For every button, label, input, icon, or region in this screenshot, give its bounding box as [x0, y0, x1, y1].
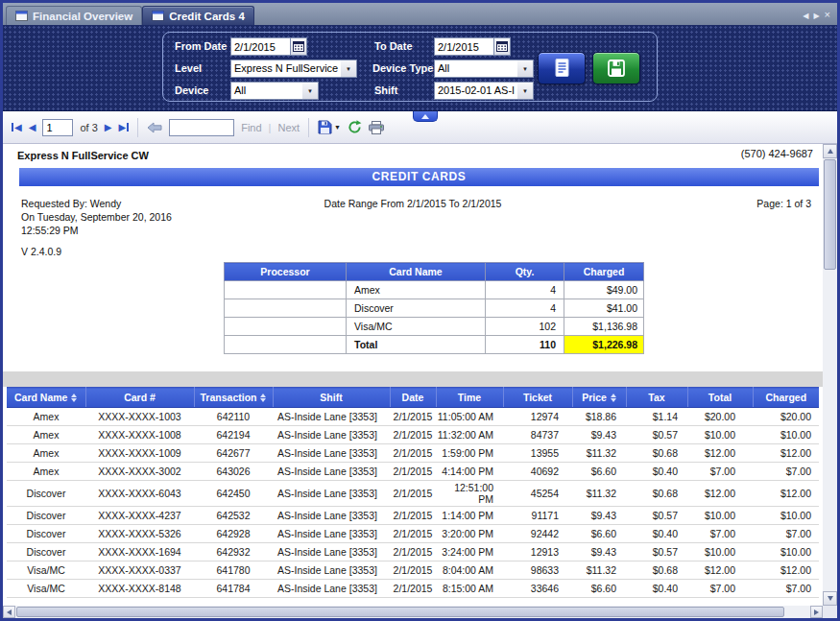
cell-time: 8:04:00 AM [436, 561, 503, 580]
scroll-right-button[interactable] [810, 606, 823, 618]
horizontal-scroll-thumb[interactable] [16, 607, 784, 617]
parameter-panel-collapse-handle[interactable] [413, 111, 438, 122]
summary-col-processor: Processor [225, 263, 347, 281]
col-label: Card # [124, 392, 156, 403]
find-link[interactable]: Find [241, 122, 261, 133]
first-page-button[interactable]: ◀ [12, 123, 22, 132]
chevron-down-icon: ▼ [522, 88, 528, 94]
device-type-dropdown[interactable]: All ▼ [434, 60, 534, 78]
device-dropdown[interactable]: All ▼ [230, 82, 319, 100]
page-number-input[interactable] [42, 119, 73, 136]
cell-card-number: XXXX-XXXX-3002 [85, 463, 194, 481]
find-next-separator: | [269, 122, 272, 133]
cell-total: $7.00 [687, 463, 753, 481]
cell-total: $7.00 [687, 525, 753, 543]
cell-total: $12.00 [687, 444, 753, 463]
device-value: All [230, 82, 302, 100]
detail-col-transaction[interactable]: Transaction [194, 388, 273, 408]
previous-page-icon[interactable]: ◀ [29, 123, 36, 132]
cell-ticket: 92442 [503, 525, 572, 543]
cell-tax: $0.40 [626, 525, 687, 543]
cell-card-number: XXXX-XXXX-1009 [85, 444, 194, 463]
printer-icon [369, 121, 384, 134]
chevron-down-icon: ▼ [346, 66, 351, 72]
detail-col-price[interactable]: Price [572, 388, 626, 408]
cell-date: 2/1/2015 [390, 543, 436, 561]
calendar-icon [293, 41, 304, 52]
level-label: Level [175, 62, 202, 74]
tab-credit-cards[interactable]: Credit Cards 4 [142, 6, 254, 25]
dropdown-arrow-button[interactable]: ▼ [517, 60, 534, 78]
cell-tax: $0.68 [626, 481, 687, 507]
cell-shift: AS-Inside Lane [3353] [273, 543, 390, 561]
tab-scroll-right-icon[interactable]: ▶ [813, 12, 819, 20]
last-page-icon: ▶ [118, 123, 126, 132]
next-page-icon[interactable]: ▶ [105, 123, 112, 132]
cell-transaction: 641784 [194, 580, 273, 598]
cell-charged: $12.00 [753, 444, 819, 463]
cell-card-name: Amex [7, 463, 85, 481]
report-title-banner: CREDIT CARDS [19, 168, 819, 186]
from-date-calendar-button[interactable] [291, 37, 307, 56]
cell-charged: $10.00 [753, 426, 819, 444]
from-date-label: From Date [175, 40, 227, 52]
export-button[interactable]: ▼ [318, 120, 341, 134]
next-link[interactable]: Next [277, 122, 300, 133]
cell-time: 8:15:00 AM [436, 580, 503, 598]
cell-card-name: Visa/MC [347, 318, 486, 336]
tab-scroll-left-icon[interactable]: ◀ [803, 12, 808, 20]
dropdown-arrow-button[interactable]: ▼ [302, 82, 319, 100]
scroll-down-button[interactable] [823, 591, 837, 606]
save-button[interactable] [592, 52, 640, 84]
tab-label: Financial Overview [33, 11, 132, 22]
cell-tax: $0.57 [626, 426, 687, 444]
first-page-icon: ◀ [14, 123, 22, 132]
report-phone: (570) 424-9687 [741, 148, 813, 159]
cell-date: 2/1/2015 [390, 525, 436, 543]
cell-transaction: 642110 [194, 408, 273, 426]
to-date-label: To Date [374, 40, 413, 52]
dropdown-arrow-button[interactable]: ▼ [341, 60, 357, 78]
summary-row: Discover 4 $41.00 [225, 299, 644, 318]
date-range-text: Date Range From 2/1/2015 To 2/1/2015 [3, 198, 823, 209]
back-to-parent-button[interactable] [147, 122, 162, 133]
to-date-calendar-button[interactable] [494, 37, 511, 56]
scroll-left-button[interactable] [3, 606, 15, 618]
cell-date: 2/1/2015 [390, 481, 436, 507]
level-dropdown[interactable]: Express N FullService CW ▼ [230, 60, 357, 78]
transaction-row: Discover XXXX-XXXX-5326 642928 AS-Inside… [7, 525, 819, 543]
cell-processor [225, 336, 347, 354]
scroll-up-button[interactable] [823, 144, 837, 158]
cell-price: $11.32 [572, 561, 626, 580]
cell-ticket: 98633 [503, 561, 572, 580]
find-text-input[interactable] [169, 119, 234, 136]
detail-col-card-name[interactable]: Card Name [7, 388, 85, 408]
tab-close-icon[interactable]: × [825, 10, 830, 20]
refresh-button[interactable] [348, 120, 362, 134]
detail-col-tax: Tax [626, 388, 687, 408]
chevron-down-icon: ▼ [334, 124, 341, 131]
run-report-button[interactable] [538, 52, 586, 84]
shift-dropdown[interactable]: 2015-02-01 AS-I ▼ [434, 82, 534, 100]
vertical-scrollbar[interactable] [823, 144, 837, 606]
from-date-input[interactable] [230, 37, 291, 56]
vertical-scroll-thumb[interactable] [824, 159, 836, 270]
cell-total: $10.00 [687, 507, 753, 525]
to-date-input[interactable] [434, 37, 494, 56]
dropdown-arrow-button[interactable]: ▼ [517, 82, 534, 100]
transaction-row: Discover XXXX-XXXX-4237 642532 AS-Inside… [7, 507, 819, 525]
cell-price: $6.60 [572, 580, 626, 598]
print-button[interactable] [369, 121, 384, 134]
horizontal-scrollbar[interactable] [3, 606, 823, 618]
toolbar-separator [137, 118, 138, 137]
cell-transaction: 642677 [194, 444, 273, 463]
cell-shift: AS-Inside Lane [3353] [273, 426, 390, 444]
transaction-row: Visa/MC XXXX-XXXX-0337 641780 AS-Inside … [7, 561, 819, 580]
cell-shift: AS-Inside Lane [3353] [273, 444, 390, 463]
last-page-button[interactable]: ▶ [118, 123, 129, 132]
device-type-label: Device Type [372, 62, 433, 74]
tab-financial-overview[interactable]: Financial Overview [6, 6, 142, 25]
cell-card-name: Discover [7, 543, 85, 561]
cell-charged: $12.00 [753, 561, 819, 580]
cell-transaction: 642532 [194, 507, 273, 525]
